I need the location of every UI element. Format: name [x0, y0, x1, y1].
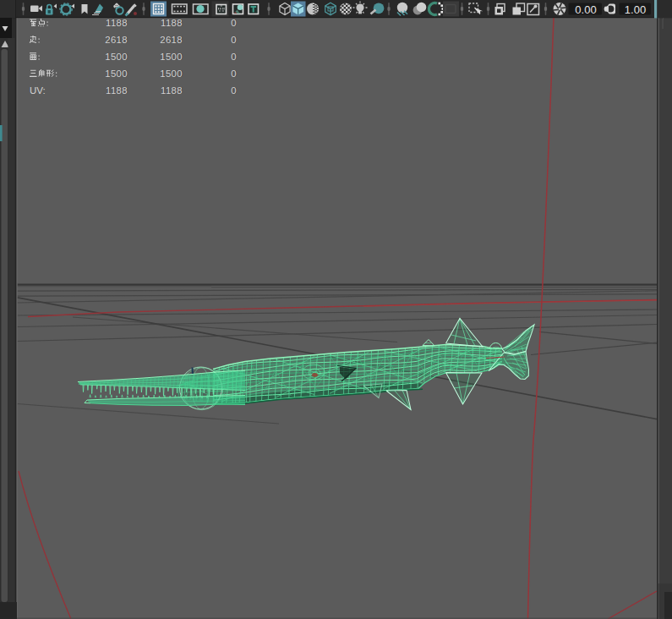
svg-text:0: 0 [231, 18, 237, 28]
svg-text:1188: 1188 [161, 85, 183, 96]
svg-text:0: 0 [231, 85, 237, 96]
svg-text:0: 0 [231, 68, 237, 79]
svg-text:2618: 2618 [160, 35, 183, 45]
svg-text:1188: 1188 [161, 18, 183, 28]
svg-text:2618: 2618 [105, 35, 128, 45]
svg-text:1500: 1500 [160, 68, 183, 79]
svg-text:1500: 1500 [105, 68, 128, 79]
svg-text:0: 0 [231, 52, 237, 62]
svg-text:0: 0 [231, 35, 237, 45]
svg-text:1500: 1500 [160, 52, 183, 62]
svg-text:1188: 1188 [106, 18, 128, 28]
svg-text:UV:: UV: [30, 85, 46, 96]
svg-text:1500: 1500 [105, 52, 128, 62]
svg-text:1188: 1188 [106, 85, 128, 96]
svg-text:1.00: 1.00 [625, 3, 646, 16]
svg-text:0.00: 0.00 [575, 3, 596, 16]
